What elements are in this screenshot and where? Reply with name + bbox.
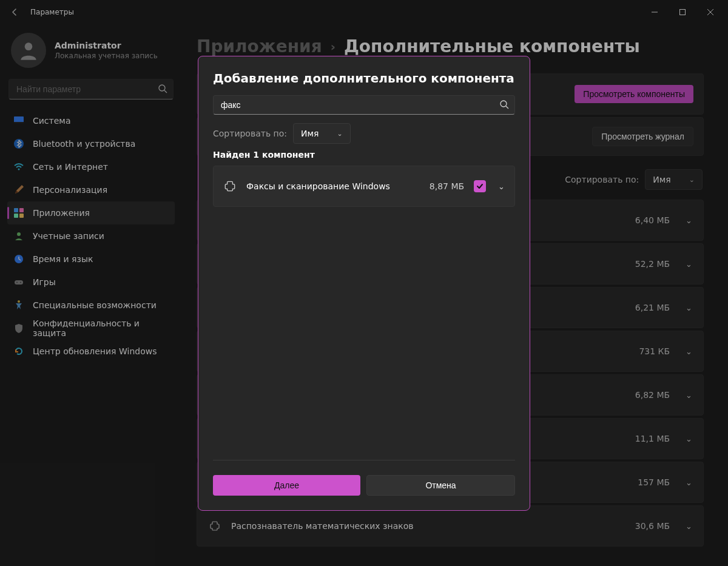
sidebar-item-personalization[interactable]: Персонализация bbox=[7, 178, 175, 201]
display-icon bbox=[13, 115, 24, 126]
chevron-down-icon[interactable]: ⌄ bbox=[498, 182, 505, 191]
cancel-button[interactable]: Отмена bbox=[366, 475, 515, 496]
feature-size: 6,21 МБ bbox=[635, 303, 670, 312]
svg-point-2 bbox=[159, 85, 165, 91]
sort-dropdown[interactable]: Имя ⌄ bbox=[645, 169, 703, 190]
sidebar-search bbox=[8, 79, 174, 99]
dialog-sort-label: Сортировать по: bbox=[213, 129, 287, 138]
search-icon bbox=[158, 84, 167, 93]
breadcrumb-current: Дополнительные компоненты bbox=[344, 36, 640, 56]
maximize-button[interactable] bbox=[669, 2, 696, 22]
chevron-down-icon: ⌄ bbox=[337, 130, 343, 138]
chevron-down-icon: ⌄ bbox=[689, 176, 695, 184]
window-title: Параметры bbox=[30, 8, 74, 16]
dialog-title: Добавление дополнительного компонента bbox=[213, 71, 515, 86]
sort-value: Имя bbox=[653, 175, 670, 184]
profile-subtitle: Локальная учетная запись bbox=[55, 52, 158, 60]
dialog-search bbox=[213, 95, 515, 115]
view-components-button[interactable]: Просмотреть компоненты bbox=[575, 85, 693, 103]
feature-size: 157 МБ bbox=[638, 477, 670, 487]
sidebar-item-accounts[interactable]: Учетные записи bbox=[7, 224, 175, 248]
chevron-right-icon: › bbox=[331, 39, 335, 54]
svg-point-16 bbox=[18, 300, 20, 303]
dialog-feature-item[interactable]: Факсы и сканирование Windows 8,87 МБ ⌄ bbox=[213, 166, 515, 207]
sidebar-item-label: Игры bbox=[33, 277, 56, 287]
apps-icon bbox=[13, 207, 24, 218]
sidebar-item-bluetooth[interactable]: Bluetooth и устройства bbox=[7, 132, 175, 155]
feature-size: 6,82 МБ bbox=[635, 390, 670, 400]
sidebar-item-time[interactable]: Время и язык bbox=[7, 248, 175, 271]
dialog-list: Факсы и сканирование Windows 8,87 МБ ⌄ bbox=[198, 166, 530, 460]
brush-icon bbox=[13, 184, 24, 195]
svg-point-1 bbox=[25, 42, 33, 50]
sort-label: Сортировать по: bbox=[565, 175, 639, 184]
avatar bbox=[11, 33, 46, 68]
person-icon bbox=[17, 39, 40, 62]
search-input[interactable] bbox=[8, 79, 174, 99]
dialog-feature-size: 8,87 МБ bbox=[430, 181, 464, 191]
check-icon bbox=[476, 183, 484, 190]
chevron-down-icon: ⌄ bbox=[686, 478, 692, 487]
sidebar-item-label: Bluetooth и устройства bbox=[33, 139, 135, 149]
svg-rect-7 bbox=[14, 208, 18, 212]
sidebar-item-label: Учетные записи bbox=[33, 231, 104, 241]
arrow-left-icon bbox=[10, 7, 19, 17]
sidebar-item-update[interactable]: Центр обновления Windows bbox=[7, 340, 175, 363]
feature-name: Распознаватель математических знаков bbox=[231, 521, 625, 531]
back-button[interactable] bbox=[4, 1, 25, 23]
profile[interactable]: Administrator Локальная учетная запись bbox=[7, 30, 175, 79]
svg-rect-10 bbox=[19, 214, 24, 218]
sidebar-item-system[interactable]: Система bbox=[7, 109, 175, 132]
dialog-found-text: Найден 1 компонент bbox=[198, 150, 530, 166]
feature-size: 30,6 МБ bbox=[635, 521, 670, 531]
search-icon bbox=[499, 99, 509, 109]
puzzle-icon bbox=[208, 519, 221, 533]
puzzle-icon bbox=[223, 180, 237, 193]
wifi-icon bbox=[13, 161, 24, 172]
minimize-button[interactable] bbox=[641, 2, 669, 22]
svg-rect-8 bbox=[19, 208, 24, 212]
close-button[interactable] bbox=[696, 2, 724, 22]
dialog-footer: Далее Отмена bbox=[198, 460, 530, 510]
person-icon bbox=[13, 231, 24, 241]
dialog-feature-name: Факсы и сканирование Windows bbox=[246, 181, 420, 191]
sidebar-item-network[interactable]: Сеть и Интернет bbox=[7, 155, 175, 178]
dialog-sort-value: Имя bbox=[301, 129, 318, 138]
chevron-down-icon: ⌄ bbox=[686, 391, 692, 400]
sidebar-item-accessibility[interactable]: Специальные возможности bbox=[7, 294, 175, 317]
next-button[interactable]: Далее bbox=[213, 475, 360, 496]
minimize-icon bbox=[652, 9, 658, 15]
sidebar-item-label: Центр обновления Windows bbox=[33, 346, 157, 356]
checkbox-checked[interactable] bbox=[474, 180, 486, 192]
clock-icon bbox=[13, 254, 24, 264]
titlebar: Параметры bbox=[0, 0, 728, 24]
dialog-sort-dropdown[interactable]: Имя ⌄ bbox=[293, 123, 351, 144]
dialog-sort-row: Сортировать по: Имя ⌄ bbox=[198, 123, 530, 150]
gamepad-icon bbox=[13, 277, 24, 288]
svg-point-15 bbox=[20, 282, 21, 283]
svg-point-14 bbox=[16, 282, 18, 283]
close-icon bbox=[707, 9, 713, 15]
sidebar: Administrator Локальная учетная запись С… bbox=[0, 24, 182, 566]
feature-size: 52,2 МБ bbox=[635, 259, 670, 269]
sidebar-item-label: Приложения bbox=[33, 208, 90, 218]
window-controls bbox=[641, 2, 724, 22]
feature-item[interactable]: Распознаватель математических знаков 30,… bbox=[197, 505, 704, 547]
sidebar-item-label: Конфиденциальность и защита bbox=[33, 318, 169, 338]
sidebar-item-privacy[interactable]: Конфиденциальность и защита bbox=[7, 317, 175, 340]
breadcrumb-parent[interactable]: Приложения bbox=[197, 36, 322, 56]
svg-rect-0 bbox=[680, 10, 686, 15]
feature-size: 11,1 МБ bbox=[635, 434, 670, 443]
dialog-search-input[interactable] bbox=[213, 95, 515, 115]
sidebar-item-gaming[interactable]: Игры bbox=[7, 271, 175, 294]
chevron-down-icon: ⌄ bbox=[686, 216, 692, 225]
accessibility-icon bbox=[13, 300, 24, 311]
view-log-button[interactable]: Просмотреть журнал bbox=[592, 127, 693, 146]
chevron-down-icon: ⌄ bbox=[686, 260, 692, 269]
chevron-down-icon: ⌄ bbox=[686, 522, 692, 531]
maximize-icon bbox=[679, 9, 686, 15]
chevron-down-icon: ⌄ bbox=[686, 347, 692, 356]
feature-size: 6,40 МБ bbox=[635, 215, 670, 225]
svg-point-17 bbox=[500, 101, 507, 107]
sidebar-item-apps[interactable]: Приложения bbox=[7, 201, 175, 224]
